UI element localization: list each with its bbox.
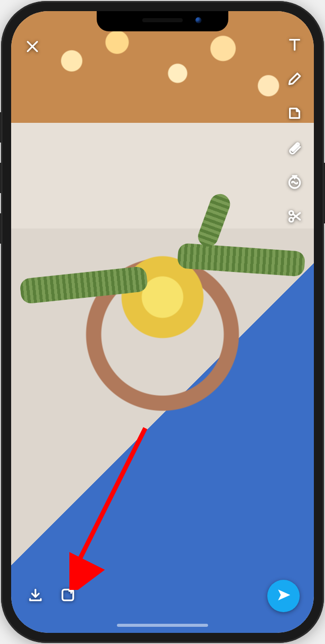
text-tool-button[interactable] <box>285 35 305 56</box>
save-button[interactable] <box>25 586 46 606</box>
draw-tool-icon <box>287 71 303 89</box>
screen-bezel <box>11 11 314 633</box>
save-icon <box>27 587 44 605</box>
attachment-tool-button[interactable] <box>285 139 305 159</box>
scissors-tool-icon <box>287 208 303 226</box>
attachment-tool-icon <box>287 140 303 158</box>
sticker-tool-icon <box>287 105 303 123</box>
screen <box>11 11 314 633</box>
bottom-toolbar <box>11 578 314 614</box>
add-to-story-button[interactable] <box>58 586 78 606</box>
text-tool-icon <box>287 36 303 55</box>
timer-tool-icon <box>287 174 303 192</box>
add-to-story-icon <box>60 587 76 605</box>
home-indicator[interactable] <box>117 624 208 627</box>
close-icon <box>24 38 40 57</box>
close-button[interactable] <box>22 37 43 58</box>
front-camera <box>195 17 201 23</box>
speaker-slot <box>142 18 183 22</box>
send-button[interactable] <box>267 580 300 612</box>
snap-preview-overlay <box>11 11 314 633</box>
sticker-tool-button[interactable] <box>285 104 305 124</box>
scissors-tool-button[interactable] <box>285 207 305 227</box>
draw-tool-button[interactable] <box>285 70 305 90</box>
timer-tool-button[interactable] <box>285 173 305 193</box>
right-toolbar <box>285 35 305 227</box>
iphone-device-frame <box>1 1 324 643</box>
send-icon <box>275 587 292 605</box>
